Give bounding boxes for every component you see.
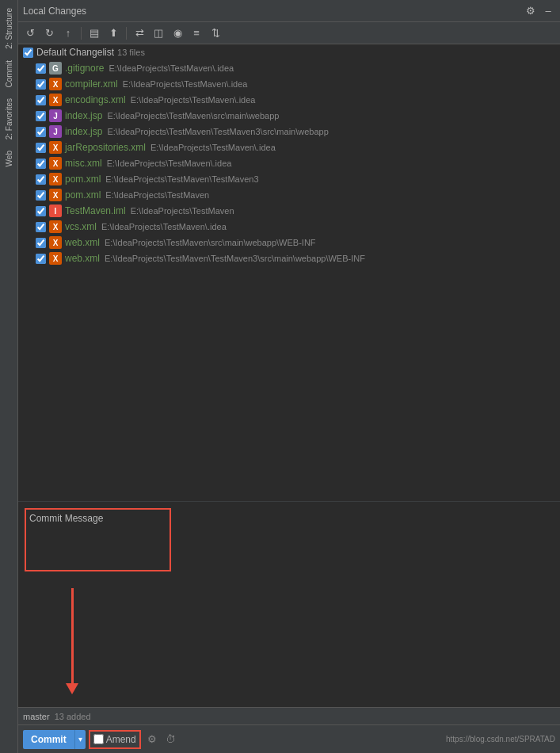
- file-item[interactable]: Xvcs.xmlE:\IdeaProjects\TestMaven\.idea: [18, 219, 560, 235]
- file-name: pom.xml: [65, 189, 101, 201]
- file-name: web.xml: [65, 253, 100, 264]
- arrow-area: [18, 580, 560, 707]
- file-item[interactable]: Xpom.xmlE:\IdeaProjects\TestMaven\TestMa…: [18, 171, 560, 187]
- file-checkbox[interactable]: [36, 159, 46, 169]
- status-url: https://blog.csdn.net/SPRATAD: [446, 735, 555, 743]
- minimize-icon[interactable]: –: [541, 4, 555, 18]
- file-type-icon: X: [49, 189, 62, 201]
- file-name: vcs.xml: [65, 221, 97, 232]
- file-name: encodings.xml: [65, 94, 126, 105]
- file-checkbox[interactable]: [36, 79, 46, 90]
- push-button[interactable]: ⬆: [105, 25, 122, 42]
- group-button[interactable]: ≡: [188, 25, 205, 42]
- commit-toolbar-button[interactable]: ▤: [86, 25, 103, 42]
- file-type-icon: J: [49, 125, 62, 138]
- file-item[interactable]: ITestMaven.imlE:\IdeaProjects\TestMaven: [18, 203, 560, 219]
- file-name: compiler.xml: [65, 78, 118, 90]
- shelf-button[interactable]: ⇄: [131, 25, 148, 42]
- file-type-icon: X: [49, 252, 62, 265]
- file-type-icon: X: [49, 94, 62, 106]
- file-checkbox[interactable]: [36, 111, 46, 121]
- file-item[interactable]: Xweb.xmlE:\IdeaProjects\TestMaven\TestMa…: [18, 250, 560, 266]
- file-path: E:\IdeaProjects\TestMaven\.idea: [107, 159, 232, 168]
- changelist-name: Default Changelist: [36, 47, 114, 58]
- commit-message-input[interactable]: Commit Message: [25, 508, 171, 571]
- file-checkbox[interactable]: [36, 206, 46, 216]
- file-item[interactable]: G.gitignoreE:\IdeaProjects\TestMaven\.id…: [18, 60, 560, 76]
- file-path: E:\IdeaProjects\TestMaven: [131, 206, 234, 216]
- file-name: jarRepositories.xml: [65, 142, 146, 153]
- file-name: TestMaven.iml: [65, 205, 126, 216]
- action-clock-icon[interactable]: ⏱: [163, 732, 179, 747]
- file-item[interactable]: XjarRepositories.xmlE:\IdeaProjects\Test…: [18, 140, 560, 155]
- file-path: E:\IdeaProjects\TestMaven\.idea: [123, 79, 248, 89]
- file-item[interactable]: Xpom.xmlE:\IdeaProjects\TestMaven: [18, 187, 560, 203]
- status-bar: master 13 added: [18, 707, 560, 724]
- file-path: E:\IdeaProjects\TestMaven\src\main\webap…: [107, 111, 279, 120]
- file-item[interactable]: Xmisc.xmlE:\IdeaProjects\TestMaven\.idea: [18, 155, 560, 171]
- file-list: G.gitignoreE:\IdeaProjects\TestMaven\.id…: [18, 60, 560, 266]
- file-checkbox[interactable]: [36, 222, 46, 232]
- update-button[interactable]: ↑: [59, 25, 77, 42]
- file-checkbox[interactable]: [36, 190, 46, 201]
- file-type-icon: J: [49, 109, 62, 122]
- file-type-icon: I: [49, 204, 62, 217]
- file-item[interactable]: Jindex.jspE:\IdeaProjects\TestMaven\Test…: [18, 124, 560, 140]
- file-name: index.jsp: [65, 110, 102, 121]
- sort-button[interactable]: ⇅: [207, 25, 224, 42]
- file-type-icon: X: [49, 78, 62, 90]
- rollback-button[interactable]: ↺: [21, 25, 39, 42]
- header-icons: ⚙ –: [524, 4, 555, 18]
- file-path: E:\IdeaProjects\TestMaven\src\main\webap…: [105, 238, 316, 247]
- settings-icon[interactable]: ⚙: [524, 4, 538, 18]
- amend-checkbox[interactable]: [93, 734, 104, 744]
- action-settings-icon[interactable]: ⚙: [144, 732, 160, 747]
- file-checkbox[interactable]: [36, 95, 46, 105]
- refresh-button[interactable]: ↻: [40, 25, 58, 42]
- changelist-count: 13 files: [117, 48, 145, 57]
- file-name: pom.xml: [65, 174, 101, 185]
- file-item[interactable]: Jindex.jspE:\IdeaProjects\TestMaven\src\…: [18, 108, 560, 124]
- sidebar-tab-web[interactable]: Web: [3, 146, 15, 171]
- file-name: misc.xml: [65, 158, 102, 169]
- commit-btn-group: Commit ▾: [23, 730, 86, 749]
- file-path: E:\IdeaProjects\TestMaven: [105, 190, 209, 200]
- sidebar-tab-favorites[interactable]: 2: Favorites: [3, 94, 15, 144]
- file-checkbox[interactable]: [36, 63, 46, 74]
- left-sidebar: 2: Structure Commit 2: Favorites Web: [0, 0, 17, 753]
- branch-label: master: [23, 712, 50, 721]
- panel-title: Local Changes: [23, 6, 86, 17]
- file-path: E:\IdeaProjects\TestMaven\TestMaven3\src…: [105, 254, 365, 263]
- main-panel: Local Changes ⚙ – ↺ ↻ ↑ ▤ ⬆ ⇄ ◫ ◉ ≡ ⇅ De…: [17, 0, 560, 753]
- red-arrow: [66, 588, 78, 694]
- file-name: index.jsp: [65, 126, 102, 137]
- file-checkbox[interactable]: [36, 174, 46, 185]
- file-checkbox[interactable]: [36, 238, 46, 248]
- sidebar-tab-commit[interactable]: Commit: [3, 55, 15, 92]
- changelist-header[interactable]: Default Changelist 13 files: [18, 44, 560, 60]
- view-button[interactable]: ◉: [169, 25, 186, 42]
- file-path: E:\IdeaProjects\TestMaven\.idea: [150, 143, 276, 152]
- file-checkbox[interactable]: [36, 143, 46, 153]
- file-list-area[interactable]: Default Changelist 13 files G.gitignoreE…: [18, 44, 560, 501]
- file-checkbox[interactable]: [36, 254, 46, 264]
- file-checkbox[interactable]: [36, 127, 46, 137]
- file-item[interactable]: Xcompiler.xmlE:\IdeaProjects\TestMaven\.…: [18, 76, 560, 92]
- commit-button[interactable]: Commit: [23, 730, 74, 749]
- file-item[interactable]: Xencodings.xmlE:\IdeaProjects\TestMaven\…: [18, 92, 560, 108]
- file-path: E:\IdeaProjects\TestMaven\TestMaven3: [105, 174, 258, 184]
- changelist-checkbox[interactable]: [23, 48, 33, 58]
- status-info: 13 added: [55, 712, 91, 721]
- file-name: web.xml: [65, 237, 100, 248]
- header-bar: Local Changes ⚙ –: [18, 0, 560, 22]
- toolbar-sep-1: [81, 27, 82, 40]
- file-type-icon: X: [49, 141, 62, 154]
- file-item[interactable]: Xweb.xmlE:\IdeaProjects\TestMaven\src\ma…: [18, 235, 560, 250]
- file-type-icon: X: [49, 220, 62, 233]
- file-path: E:\IdeaProjects\TestMaven\.idea: [101, 222, 227, 231]
- sidebar-tab-structure[interactable]: 2: Structure: [3, 3, 15, 54]
- action-bar: Commit ▾ Amend ⚙ ⏱ https://blog.csdn.net…: [18, 724, 560, 753]
- amend-area: Amend: [89, 730, 141, 749]
- diff-button[interactable]: ◫: [150, 25, 167, 42]
- commit-dropdown-button[interactable]: ▾: [74, 730, 86, 749]
